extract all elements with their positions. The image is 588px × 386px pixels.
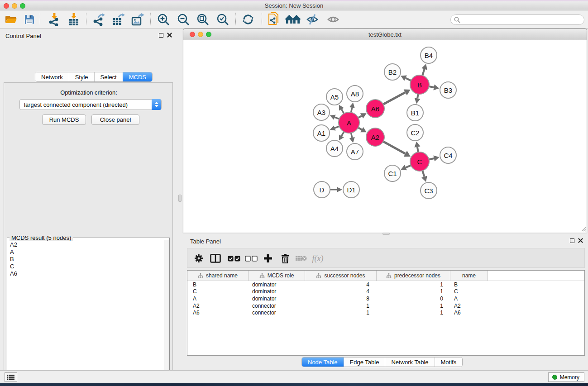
tab-select[interactable]: Select <box>94 72 123 81</box>
select-all-button[interactable] <box>226 248 242 268</box>
node-C3[interactable]: C3 <box>421 182 437 199</box>
edge-C-C4[interactable] <box>429 158 434 160</box>
open-session-button[interactable] <box>3 13 19 26</box>
node-A5[interactable]: A5 <box>326 89 343 105</box>
result-scrollbar[interactable] <box>164 240 169 385</box>
apply-layout-button[interactable] <box>240 13 256 26</box>
column-header-name[interactable]: name <box>450 271 488 281</box>
delete-columns-button[interactable] <box>277 248 293 268</box>
node-A8[interactable]: A8 <box>347 86 363 102</box>
edge-B-B4[interactable] <box>422 69 424 76</box>
node-D[interactable]: D <box>314 181 330 198</box>
edge-A-A5[interactable] <box>341 109 344 113</box>
tab-edge-table[interactable]: Edge Table <box>344 357 385 367</box>
task-history-button[interactable] <box>5 372 17 382</box>
network-window-titlebar[interactable]: testGlobe.txt <box>183 29 587 40</box>
resize-grip-icon[interactable] <box>580 225 586 232</box>
edge-A-A8[interactable] <box>351 108 352 113</box>
deselect-all-button[interactable] <box>244 248 259 268</box>
zoom-window-button[interactable] <box>20 3 25 9</box>
float-panel-icon[interactable] <box>159 33 163 38</box>
edge-A6-B[interactable] <box>383 92 406 104</box>
node-C4[interactable]: C4 <box>440 147 456 163</box>
memory-button[interactable]: Memory <box>548 372 584 382</box>
column-header-successor[interactable]: successor nodes <box>305 271 377 281</box>
toolbar-search-field[interactable] <box>450 14 584 25</box>
network-graph[interactable]: AA1A2A3A4A5A6A7A8BB1B2B3B4CC1C2C3C4DD1 <box>183 41 587 233</box>
run-mcds-button[interactable]: Run MCDS <box>42 114 86 125</box>
edge-C-C1[interactable] <box>406 165 411 167</box>
close-table-panel-icon[interactable] <box>578 238 583 243</box>
node-D1[interactable]: D1 <box>343 181 359 198</box>
close-panel-button[interactable]: Close panel <box>91 114 139 125</box>
close-window-button[interactable] <box>4 3 9 9</box>
node-B4[interactable]: B4 <box>421 47 437 63</box>
add-column-button[interactable] <box>260 248 276 268</box>
node-B2[interactable]: B2 <box>384 64 401 80</box>
new-network-from-selection-button[interactable] <box>266 13 282 26</box>
edge-A2-C[interactable] <box>383 142 406 154</box>
node-C2[interactable]: C2 <box>407 124 423 141</box>
zoom-fit-button[interactable] <box>195 13 210 26</box>
table-row[interactable]: A2connector11A2 <box>187 302 584 310</box>
edge-C-C2[interactable] <box>417 147 418 152</box>
search-input[interactable] <box>462 17 584 23</box>
node-A7[interactable]: A7 <box>347 143 363 160</box>
import-network-button[interactable] <box>47 13 62 26</box>
node-A6[interactable]: A6 <box>366 100 384 118</box>
node-B[interactable]: B <box>410 75 429 94</box>
tab-style[interactable]: Style <box>69 72 94 81</box>
table-row[interactable]: Cdominator41C <box>187 288 584 295</box>
edge-A-A2[interactable] <box>358 128 362 129</box>
node-A4[interactable]: A4 <box>326 140 343 157</box>
network-close-button[interactable] <box>190 32 195 37</box>
table-row[interactable]: Adominator80A <box>187 295 584 302</box>
minimize-window-button[interactable] <box>12 3 17 9</box>
column-header-shared_name[interactable]: shared name <box>187 271 249 281</box>
tab-network[interactable]: Network <box>35 72 69 81</box>
node-A3[interactable]: A3 <box>313 104 330 120</box>
tab-network-table[interactable]: Network Table <box>385 357 434 367</box>
node-A[interactable]: A <box>339 112 359 133</box>
edge-A-A7[interactable] <box>351 133 352 138</box>
node-A1[interactable]: A1 <box>313 125 330 141</box>
criterion-select[interactable]: largest connected component (directed) <box>19 99 162 110</box>
export-image-button[interactable] <box>130 13 145 26</box>
column-settings-button[interactable] <box>191 248 206 268</box>
zoom-out-button[interactable] <box>176 13 191 26</box>
edge-B-B1[interactable] <box>417 94 418 99</box>
hide-details-button[interactable] <box>305 13 320 26</box>
vertical-splitter-handle[interactable] <box>178 195 182 202</box>
export-table-button[interactable] <box>110 13 126 26</box>
edge-A-A6[interactable] <box>358 116 362 118</box>
table-row[interactable]: A6connector11A6 <box>187 309 584 316</box>
export-network-button[interactable] <box>91 13 106 26</box>
node-B3[interactable]: B3 <box>440 82 456 98</box>
zoom-selected-button[interactable] <box>215 13 230 26</box>
table-row[interactable]: Bdominator41B <box>187 281 584 288</box>
edge-C-C3[interactable] <box>422 171 424 176</box>
split-view-button[interactable] <box>208 248 223 268</box>
node-C[interactable]: C <box>410 152 429 171</box>
first-neighbors-button[interactable] <box>285 13 301 26</box>
edge-A-A1[interactable] <box>335 126 339 128</box>
column-header-mcds_role[interactable]: MCDS role <box>249 271 305 281</box>
node-C1[interactable]: C1 <box>384 165 401 181</box>
edge-A-A3[interactable] <box>335 117 339 119</box>
column-header-predecessor[interactable]: predecessor nodes <box>377 271 450 281</box>
close-panel-icon[interactable] <box>167 33 172 38</box>
horizontal-splitter-handle[interactable] <box>382 233 390 235</box>
tab-motifs[interactable]: Motifs <box>435 357 463 367</box>
import-table-button[interactable] <box>66 13 81 26</box>
network-minimize-button[interactable] <box>198 32 203 37</box>
delete-table-button[interactable] <box>293 248 309 268</box>
edge-B-B2[interactable] <box>406 78 411 81</box>
node-B1[interactable]: B1 <box>407 105 423 121</box>
save-session-button[interactable] <box>22 13 37 26</box>
edge-B-B3[interactable] <box>429 86 434 87</box>
node-A2[interactable]: A2 <box>366 128 384 146</box>
tab-node-table[interactable]: Node Table <box>302 357 344 367</box>
function-builder-button[interactable]: f(x) <box>308 248 328 268</box>
show-details-button[interactable] <box>325 13 341 26</box>
zoom-in-button[interactable] <box>156 13 171 26</box>
